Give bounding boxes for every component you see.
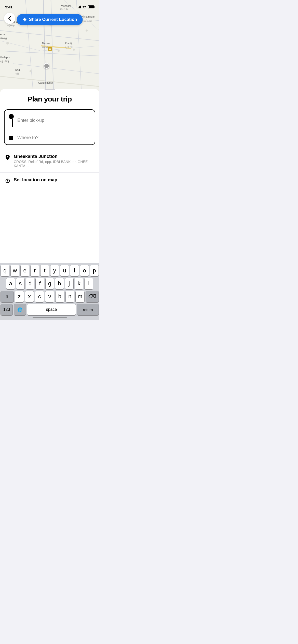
share-location-button[interactable]: Share Current Location (17, 14, 83, 25)
gheekanta-text: Gheekanta Junction CROSS, Relief Rd, opp… (14, 154, 94, 168)
trip-input-box (4, 109, 95, 145)
signal-icon (77, 5, 81, 8)
key-o[interactable]: o (80, 265, 89, 276)
key-z[interactable]: z (15, 291, 24, 302)
delete-key[interactable]: ⌫ (86, 291, 99, 302)
destination-icon-area (9, 136, 14, 140)
key-q[interactable]: q (1, 265, 9, 276)
destination-square-icon (9, 136, 13, 140)
map-label-left1: echa (0, 33, 6, 36)
space-key[interactable]: space (27, 304, 76, 315)
keyboard-row-3: ⇧ z x c v b n m ⌫ (1, 291, 99, 302)
keyboard-row-2: a s d f g h j k l (1, 278, 99, 289)
return-key[interactable]: return (77, 304, 99, 315)
svg-point-18 (86, 30, 88, 32)
key-i[interactable]: i (70, 265, 79, 276)
map-label-prantij-guj: પ્રાંતિજ (65, 46, 73, 49)
key-v[interactable]: v (45, 291, 54, 302)
route-connector (12, 119, 13, 127)
navigation-icon (22, 17, 27, 22)
key-l[interactable]: l (85, 278, 93, 289)
key-e[interactable]: e (21, 265, 29, 276)
svg-point-20 (73, 49, 75, 51)
map-label-himatnagar: Himatnagar (82, 15, 95, 18)
back-button[interactable] (4, 13, 15, 24)
map-label-himatnagar-guj: હિમતનગર (82, 20, 92, 23)
key-d[interactable]: d (26, 278, 34, 289)
key-t[interactable]: t (40, 265, 49, 276)
key-n[interactable]: n (66, 291, 74, 302)
key-j[interactable]: j (65, 278, 73, 289)
map-area: Visnagar વિસ્નગર Mehsana મહેસાણા Himatna… (0, 0, 99, 92)
status-time: 9:41 (5, 5, 12, 9)
map-background: Visnagar વિસ્નગર Mehsana મહેસાણા Himatna… (0, 0, 99, 92)
suggestion-gheekanta[interactable]: Gheekanta Junction CROSS, Relief Rd, opp… (0, 149, 99, 173)
key-b[interactable]: b (56, 291, 64, 302)
destination-input[interactable] (17, 135, 91, 140)
pickup-circle-icon (9, 114, 14, 119)
key-u[interactable]: u (60, 265, 69, 276)
key-p[interactable]: p (90, 265, 99, 276)
map-label-left3-guj: વડુ...લાપુ (0, 60, 9, 63)
key-x[interactable]: x (25, 291, 34, 302)
key-k[interactable]: k (75, 278, 83, 289)
sheet-title: Plan your trip (0, 95, 99, 103)
empty-space (0, 212, 99, 263)
svg-point-21 (30, 70, 32, 72)
emoji-key[interactable]: 🌐 (14, 304, 26, 315)
svg-point-23 (7, 180, 8, 182)
numbers-key[interactable]: 123 (1, 304, 12, 315)
pickup-input[interactable] (17, 118, 91, 123)
map-label-mansa: Mansa (42, 42, 50, 45)
key-s[interactable]: s (16, 278, 24, 289)
map-label-kadi: Kadi (15, 69, 20, 71)
keyboard-row-4: 123 🌐 space return (1, 304, 99, 315)
map-label-left3: tthalapur (0, 56, 10, 59)
map-label-mehsana-guj: મહેસાણા (7, 24, 15, 27)
map-road-badge-68: 68 (48, 47, 52, 51)
key-h[interactable]: h (55, 278, 63, 289)
key-r[interactable]: r (31, 265, 39, 276)
battery-icon (88, 5, 94, 8)
map-label-prantij: Prantij (65, 42, 72, 45)
key-a[interactable]: a (6, 278, 15, 289)
back-arrow-icon (8, 16, 11, 21)
status-bar: 9:41 (0, 0, 99, 11)
keyboard: q w e r t y u i o p a s d f g h j k l ⇧ … (0, 263, 99, 320)
key-w[interactable]: w (11, 265, 19, 276)
set-location-text: Set location on map (14, 177, 94, 183)
bottom-sheet: Plan your trip Gheekanta Junction (0, 89, 99, 212)
status-icons (77, 5, 94, 8)
home-indicator (33, 317, 67, 318)
destination-row[interactable] (5, 131, 95, 144)
map-label-left2: યેરાજી (0, 37, 7, 40)
key-m[interactable]: m (76, 291, 84, 302)
wifi-icon (82, 5, 86, 8)
map-label-gandhinagar: Gandhinagar (38, 81, 53, 84)
set-location-title: Set location on map (14, 177, 94, 183)
pin-icon (5, 154, 10, 160)
map-label-kadi-guj: કડી (15, 72, 19, 75)
gheekanta-title: Gheekanta Junction (14, 154, 94, 159)
suggestion-set-on-map[interactable]: Set location on map (0, 173, 99, 188)
key-f[interactable]: f (36, 278, 44, 289)
key-y[interactable]: y (50, 265, 59, 276)
shift-key[interactable]: ⇧ (1, 291, 13, 302)
pickup-icon-area (9, 114, 14, 127)
share-location-label: Share Current Location (29, 17, 77, 22)
key-c[interactable]: c (35, 291, 44, 302)
gheekanta-subtitle: CROSS, Relief Rd, opp. IDBI BANK, nr. GH… (14, 160, 94, 168)
drag-handle[interactable] (45, 89, 55, 90)
map-roads (0, 0, 99, 92)
key-g[interactable]: g (46, 278, 54, 289)
keyboard-row-1: q w e r t y u i o p (1, 265, 99, 276)
pickup-row[interactable] (5, 110, 95, 131)
svg-point-16 (6, 42, 9, 45)
set-location-icon (5, 178, 10, 184)
svg-point-19 (58, 50, 60, 52)
map-location-dot (44, 63, 49, 69)
